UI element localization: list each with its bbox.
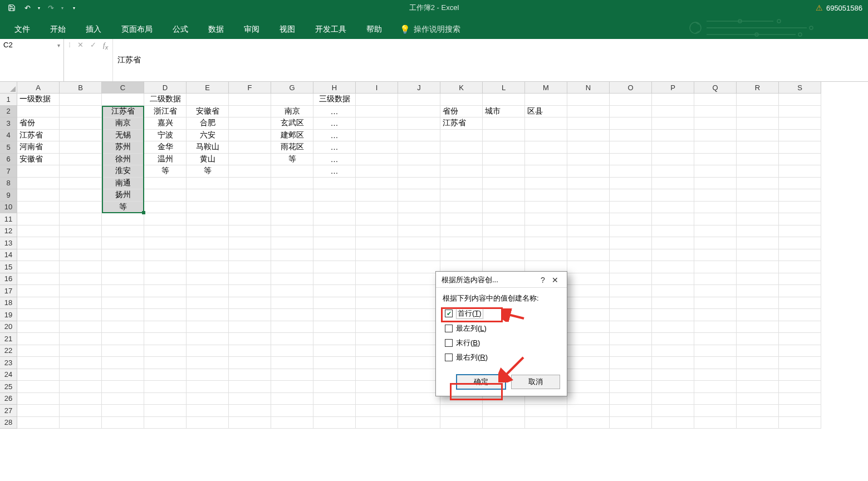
cell-F18[interactable] <box>229 297 271 310</box>
cell-P22[interactable] <box>652 345 694 357</box>
cell-O14[interactable] <box>610 249 652 262</box>
cell-R21[interactable] <box>737 333 779 345</box>
cell-R6[interactable] <box>737 154 779 166</box>
cell-F27[interactable] <box>229 405 271 417</box>
cell-L3[interactable] <box>483 117 525 130</box>
cell-D16[interactable] <box>144 273 187 286</box>
cell-B26[interactable] <box>60 393 102 405</box>
cell-R13[interactable] <box>737 237 779 249</box>
cell-F20[interactable] <box>229 321 271 333</box>
cell-S22[interactable] <box>779 345 821 357</box>
cell-B5[interactable] <box>60 141 102 154</box>
cell-N4[interactable] <box>567 130 610 142</box>
cell-G1[interactable] <box>271 94 313 106</box>
cell-E14[interactable] <box>187 249 229 262</box>
cell-O24[interactable] <box>610 369 652 381</box>
cell-E3[interactable]: 合肥 <box>187 117 229 130</box>
cell-D7[interactable]: 等 <box>144 165 187 178</box>
col-header-J[interactable]: J <box>398 82 440 94</box>
cell-G14[interactable] <box>271 249 313 262</box>
cell-R20[interactable] <box>737 321 779 333</box>
cell-L28[interactable] <box>483 417 525 429</box>
cell-J3[interactable] <box>398 117 440 130</box>
cell-C27[interactable] <box>102 405 144 417</box>
cell-D21[interactable] <box>144 333 187 345</box>
cell-M14[interactable] <box>525 249 567 262</box>
cell-S23[interactable] <box>779 357 821 369</box>
cell-H19[interactable] <box>313 309 356 321</box>
cell-J13[interactable] <box>398 237 440 249</box>
cell-B13[interactable] <box>60 237 102 249</box>
cell-G21[interactable] <box>271 333 313 345</box>
cell-Q3[interactable] <box>694 117 737 130</box>
formula-input[interactable] <box>113 39 868 81</box>
cell-H28[interactable] <box>313 417 356 429</box>
row-header-4[interactable]: 4 <box>0 130 17 142</box>
cell-H7[interactable]: … <box>313 165 356 178</box>
cell-H6[interactable]: … <box>313 154 356 166</box>
cell-G24[interactable] <box>271 369 313 381</box>
row-header-12[interactable]: 12 <box>0 225 17 238</box>
cell-O21[interactable] <box>610 333 652 345</box>
tab-page-layout[interactable]: 页面布局 <box>111 20 163 39</box>
opt-right-col[interactable]: 最右列(R) <box>445 352 558 362</box>
cell-J16[interactable] <box>398 273 440 286</box>
cell-S18[interactable] <box>779 297 821 310</box>
cell-H22[interactable] <box>313 345 356 357</box>
cell-J5[interactable] <box>398 141 440 154</box>
cell-D15[interactable] <box>144 261 187 273</box>
cell-C9[interactable]: 扬州 <box>102 189 144 202</box>
cell-I2[interactable] <box>356 106 398 118</box>
cell-P26[interactable] <box>652 393 694 405</box>
cell-B22[interactable] <box>60 345 102 357</box>
cell-O23[interactable] <box>610 357 652 369</box>
close-icon[interactable]: ✕ <box>549 276 561 284</box>
row-header-10[interactable]: 10 <box>0 202 17 214</box>
cell-O3[interactable] <box>610 117 652 130</box>
cell-G2[interactable]: 南京 <box>271 106 313 118</box>
cell-F16[interactable] <box>229 273 271 286</box>
cell-H15[interactable] <box>313 261 356 273</box>
cell-B11[interactable] <box>60 213 102 225</box>
cell-I11[interactable] <box>356 213 398 225</box>
cell-R1[interactable] <box>737 94 779 106</box>
cell-K4[interactable] <box>440 130 483 142</box>
cell-B4[interactable] <box>60 130 102 142</box>
col-header-M[interactable]: M <box>525 82 567 94</box>
cell-K5[interactable] <box>440 141 483 154</box>
cell-N2[interactable] <box>567 106 610 118</box>
cell-D12[interactable] <box>144 225 187 238</box>
cell-B6[interactable] <box>60 154 102 166</box>
cell-J22[interactable] <box>398 345 440 357</box>
cell-F5[interactable] <box>229 141 271 154</box>
cell-Q9[interactable] <box>694 189 737 202</box>
cell-C20[interactable] <box>102 321 144 333</box>
cell-F15[interactable] <box>229 261 271 273</box>
cell-N10[interactable] <box>567 202 610 214</box>
row-header-9[interactable]: 9 <box>0 189 17 202</box>
cell-D20[interactable] <box>144 321 187 333</box>
cell-A6[interactable]: 安徽省 <box>17 154 60 166</box>
undo-icon[interactable]: ↶ <box>20 2 35 14</box>
cell-S11[interactable] <box>779 213 821 225</box>
cell-G13[interactable] <box>271 237 313 249</box>
cell-J20[interactable] <box>398 321 440 333</box>
cell-F11[interactable] <box>229 213 271 225</box>
cancel-button[interactable]: 取消 <box>511 375 560 389</box>
cell-S12[interactable] <box>779 225 821 238</box>
cell-H3[interactable]: … <box>313 117 356 130</box>
cell-C7[interactable]: 淮安 <box>102 165 144 178</box>
cell-R7[interactable] <box>737 165 779 178</box>
cell-R14[interactable] <box>737 249 779 262</box>
cell-P11[interactable] <box>652 213 694 225</box>
cell-Q27[interactable] <box>694 405 737 417</box>
cell-G19[interactable] <box>271 309 313 321</box>
cell-I17[interactable] <box>356 285 398 297</box>
cell-G6[interactable]: 等 <box>271 154 313 166</box>
cell-N24[interactable] <box>567 369 610 381</box>
cell-M11[interactable] <box>525 213 567 225</box>
cell-Q10[interactable] <box>694 202 737 214</box>
row-header-25[interactable]: 25 <box>0 381 17 393</box>
cell-Q17[interactable] <box>694 285 737 297</box>
cell-N8[interactable] <box>567 178 610 190</box>
